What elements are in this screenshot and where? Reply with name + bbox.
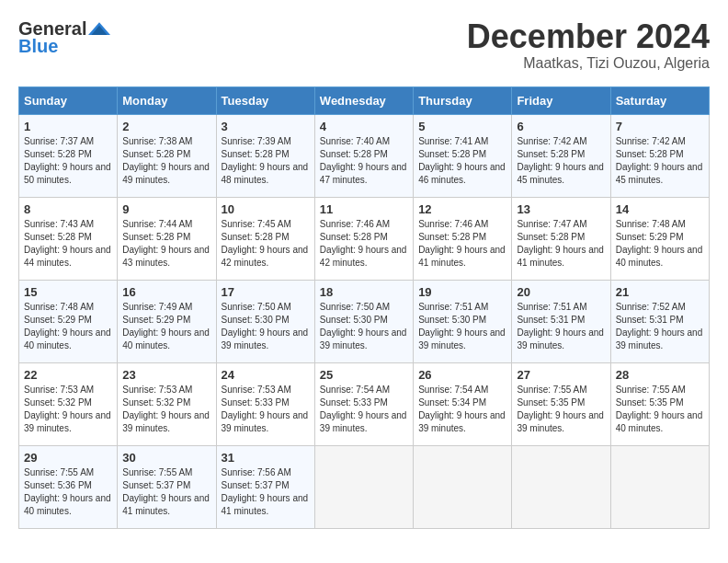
calendar-cell: 18 Sunrise: 7:50 AM Sunset: 5:30 PM Dayl…	[314, 280, 413, 362]
day-number: 4	[320, 120, 408, 133]
logo-blue: Blue	[18, 36, 58, 57]
calendar-cell: 23 Sunrise: 7:53 AM Sunset: 5:32 PM Dayl…	[118, 362, 216, 445]
calendar-cell: 10 Sunrise: 7:45 AM Sunset: 5:28 PM Dayl…	[216, 197, 314, 280]
calendar-cell: 30 Sunrise: 7:55 AM Sunset: 5:37 PM Dayl…	[118, 445, 216, 528]
title-section: December 2024 Maatkas, Tizi Ouzou, Alger…	[467, 18, 710, 72]
calendar-cell: 25 Sunrise: 7:54 AM Sunset: 5:33 PM Dayl…	[314, 362, 413, 445]
day-info: Sunrise: 7:41 AM Sunset: 5:28 PM Dayligh…	[418, 135, 506, 187]
calendar-cell: 8 Sunrise: 7:43 AM Sunset: 5:28 PM Dayli…	[19, 197, 118, 280]
day-info: Sunrise: 7:47 AM Sunset: 5:28 PM Dayligh…	[517, 218, 605, 270]
day-info: Sunrise: 7:45 AM Sunset: 5:28 PM Dayligh…	[222, 218, 310, 270]
day-number: 30	[122, 451, 210, 465]
day-info: Sunrise: 7:40 AM Sunset: 5:28 PM Dayligh…	[320, 135, 408, 187]
day-info: Sunrise: 7:56 AM Sunset: 5:37 PM Dayligh…	[222, 466, 310, 518]
day-number: 11	[320, 202, 408, 216]
calendar-week-row: 29 Sunrise: 7:55 AM Sunset: 5:36 PM Dayl…	[19, 445, 710, 528]
calendar-cell: 14 Sunrise: 7:48 AM Sunset: 5:29 PM Dayl…	[610, 197, 709, 280]
location-title: Maatkas, Tizi Ouzou, Algeria	[467, 55, 710, 72]
calendar-cell: 28 Sunrise: 7:55 AM Sunset: 5:35 PM Dayl…	[610, 362, 709, 445]
calendar-cell: 9 Sunrise: 7:44 AM Sunset: 5:28 PM Dayli…	[118, 197, 216, 280]
calendar-week-row: 15 Sunrise: 7:48 AM Sunset: 5:29 PM Dayl…	[19, 280, 710, 362]
day-info: Sunrise: 7:55 AM Sunset: 5:35 PM Dayligh…	[517, 384, 605, 435]
calendar-cell: 17 Sunrise: 7:50 AM Sunset: 5:30 PM Dayl…	[216, 280, 314, 362]
col-header-wednesday: Wednesday	[314, 86, 413, 114]
calendar-week-row: 22 Sunrise: 7:53 AM Sunset: 5:32 PM Dayl…	[19, 362, 710, 445]
day-number: 13	[517, 202, 605, 216]
day-info: Sunrise: 7:49 AM Sunset: 5:29 PM Dayligh…	[122, 301, 210, 352]
day-info: Sunrise: 7:48 AM Sunset: 5:29 PM Dayligh…	[616, 218, 704, 270]
day-info: Sunrise: 7:38 AM Sunset: 5:28 PM Dayligh…	[122, 135, 210, 187]
calendar-cell: 3 Sunrise: 7:39 AM Sunset: 5:28 PM Dayli…	[216, 114, 314, 197]
calendar-cell: 26 Sunrise: 7:54 AM Sunset: 5:34 PM Dayl…	[414, 362, 512, 445]
day-info: Sunrise: 7:37 AM Sunset: 5:28 PM Dayligh…	[24, 135, 112, 187]
calendar-cell: 4 Sunrise: 7:40 AM Sunset: 5:28 PM Dayli…	[314, 114, 413, 197]
calendar-cell	[610, 445, 709, 528]
calendar-header-row: SundayMondayTuesdayWednesdayThursdayFrid…	[19, 86, 710, 114]
day-number: 24	[222, 368, 310, 382]
day-number: 18	[320, 285, 408, 299]
day-info: Sunrise: 7:55 AM Sunset: 5:36 PM Dayligh…	[24, 466, 112, 518]
day-number: 1	[24, 120, 112, 133]
calendar-table: SundayMondayTuesdayWednesdayThursdayFrid…	[18, 86, 710, 529]
calendar-cell: 24 Sunrise: 7:53 AM Sunset: 5:33 PM Dayl…	[216, 362, 314, 445]
col-header-monday: Monday	[118, 86, 216, 114]
calendar-cell: 16 Sunrise: 7:49 AM Sunset: 5:29 PM Dayl…	[118, 280, 216, 362]
day-info: Sunrise: 7:53 AM Sunset: 5:33 PM Dayligh…	[222, 384, 310, 435]
page-header: General Blue December 2024 Maatkas, Tizi…	[18, 18, 710, 72]
calendar-cell	[314, 445, 413, 528]
day-number: 15	[24, 285, 112, 299]
calendar-cell: 15 Sunrise: 7:48 AM Sunset: 5:29 PM Dayl…	[19, 280, 118, 362]
logo: General Blue	[18, 18, 110, 57]
day-info: Sunrise: 7:52 AM Sunset: 5:31 PM Dayligh…	[616, 301, 704, 352]
day-info: Sunrise: 7:53 AM Sunset: 5:32 PM Dayligh…	[24, 384, 112, 435]
day-number: 28	[616, 368, 704, 382]
day-number: 16	[122, 285, 210, 299]
day-number: 19	[418, 285, 506, 299]
day-number: 9	[122, 202, 210, 216]
col-header-sunday: Sunday	[19, 86, 118, 114]
calendar-cell: 27 Sunrise: 7:55 AM Sunset: 5:35 PM Dayl…	[512, 362, 610, 445]
day-info: Sunrise: 7:54 AM Sunset: 5:33 PM Dayligh…	[320, 384, 408, 435]
day-number: 22	[24, 368, 112, 382]
day-number: 10	[222, 202, 310, 216]
day-number: 31	[222, 451, 310, 465]
day-number: 17	[222, 285, 310, 299]
calendar-cell: 22 Sunrise: 7:53 AM Sunset: 5:32 PM Dayl…	[19, 362, 118, 445]
col-header-friday: Friday	[512, 86, 610, 114]
day-number: 23	[122, 368, 210, 382]
day-info: Sunrise: 7:53 AM Sunset: 5:32 PM Dayligh…	[122, 384, 210, 435]
day-info: Sunrise: 7:55 AM Sunset: 5:37 PM Dayligh…	[122, 466, 210, 518]
day-info: Sunrise: 7:51 AM Sunset: 5:30 PM Dayligh…	[418, 301, 506, 352]
calendar-cell: 6 Sunrise: 7:42 AM Sunset: 5:28 PM Dayli…	[512, 114, 610, 197]
day-number: 29	[24, 451, 112, 465]
day-number: 27	[517, 368, 605, 382]
calendar-cell: 7 Sunrise: 7:42 AM Sunset: 5:28 PM Dayli…	[610, 114, 709, 197]
day-info: Sunrise: 7:54 AM Sunset: 5:34 PM Dayligh…	[418, 384, 506, 435]
day-info: Sunrise: 7:42 AM Sunset: 5:28 PM Dayligh…	[517, 135, 605, 187]
calendar-cell: 1 Sunrise: 7:37 AM Sunset: 5:28 PM Dayli…	[19, 114, 118, 197]
calendar-cell: 12 Sunrise: 7:46 AM Sunset: 5:28 PM Dayl…	[414, 197, 512, 280]
calendar-week-row: 1 Sunrise: 7:37 AM Sunset: 5:28 PM Dayli…	[19, 114, 710, 197]
calendar-cell: 31 Sunrise: 7:56 AM Sunset: 5:37 PM Dayl…	[216, 445, 314, 528]
day-info: Sunrise: 7:42 AM Sunset: 5:28 PM Dayligh…	[616, 135, 704, 187]
calendar-cell	[512, 445, 610, 528]
day-number: 8	[24, 202, 112, 216]
calendar-cell	[414, 445, 512, 528]
day-info: Sunrise: 7:39 AM Sunset: 5:28 PM Dayligh…	[222, 135, 310, 187]
col-header-saturday: Saturday	[610, 86, 709, 114]
day-number: 12	[418, 202, 506, 216]
calendar-cell: 5 Sunrise: 7:41 AM Sunset: 5:28 PM Dayli…	[414, 114, 512, 197]
day-number: 3	[222, 120, 310, 133]
calendar-cell: 19 Sunrise: 7:51 AM Sunset: 5:30 PM Dayl…	[414, 280, 512, 362]
day-info: Sunrise: 7:44 AM Sunset: 5:28 PM Dayligh…	[122, 218, 210, 270]
day-number: 6	[517, 120, 605, 133]
col-header-tuesday: Tuesday	[216, 86, 314, 114]
day-info: Sunrise: 7:55 AM Sunset: 5:35 PM Dayligh…	[616, 384, 704, 435]
day-number: 21	[616, 285, 704, 299]
day-number: 25	[320, 368, 408, 382]
day-info: Sunrise: 7:46 AM Sunset: 5:28 PM Dayligh…	[418, 218, 506, 270]
calendar-cell: 11 Sunrise: 7:46 AM Sunset: 5:28 PM Dayl…	[314, 197, 413, 280]
calendar-week-row: 8 Sunrise: 7:43 AM Sunset: 5:28 PM Dayli…	[19, 197, 710, 280]
day-info: Sunrise: 7:51 AM Sunset: 5:31 PM Dayligh…	[517, 301, 605, 352]
day-number: 7	[616, 120, 704, 133]
